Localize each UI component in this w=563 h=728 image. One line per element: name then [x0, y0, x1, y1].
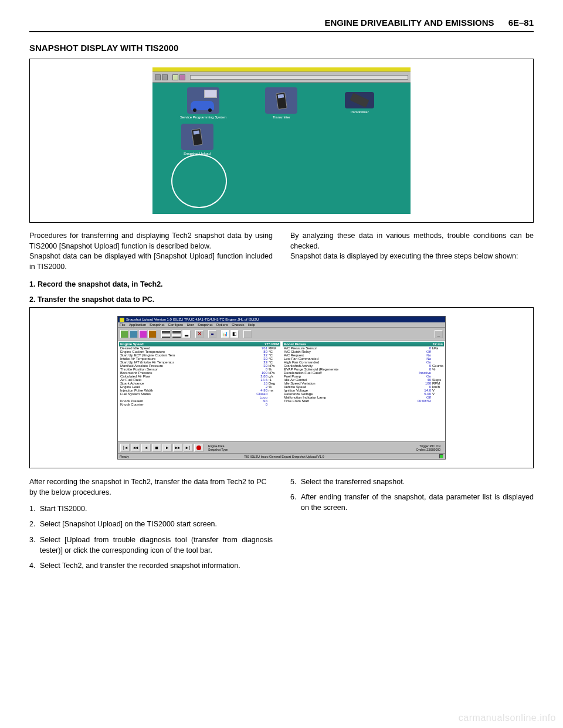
status-text: TIS ISUZU Isuzu General Export Snapshot …	[244, 455, 324, 458]
key-icon	[345, 92, 374, 108]
list-text: Select Tech2, and transfer the recorded …	[40, 562, 240, 570]
menu-item: Help	[247, 323, 255, 326]
list-text: Select [Snapshot Upload] on the TIS2000 …	[40, 520, 217, 528]
list-view-icon	[172, 330, 181, 338]
param-label: Time From Start	[284, 399, 412, 403]
page-header: ENGINE DRIVEABILITY AND EMISSIONS 6E–81	[29, 18, 534, 28]
transport-right: Trigger PID: ON Cycles: 23/580000	[416, 444, 443, 451]
info-label: Cycles: 23/580000	[416, 448, 440, 451]
list-text: After ending transfer of the snapshot, d…	[301, 493, 534, 512]
list-text: Select [Upload from trouble diagnosis to…	[40, 536, 273, 554]
list-item: 4.Select Tech2, and transfer the recorde…	[40, 560, 273, 571]
param-label: Knock Counter	[120, 403, 249, 406]
transport-info: Engine Data Snapshot Type	[205, 444, 415, 451]
data-row: Fuel System StatusClosed Loop	[119, 392, 280, 399]
graph-icon: ▂	[182, 330, 191, 338]
status-bar: Ready TIS ISUZU Isuzu General Export Sna…	[118, 453, 445, 459]
equals-icon: =	[208, 330, 216, 338]
menu-item: Chassis	[232, 323, 244, 326]
menu-item: Configure	[168, 323, 183, 326]
menu-item: User	[186, 323, 194, 326]
bottom-section: After recording the snapshot in Tech2, t…	[29, 477, 534, 576]
header-rule	[29, 31, 534, 32]
status-indicator-icon	[439, 454, 443, 458]
app-snapshot-upload: Snapshot Upload	[174, 124, 221, 155]
snapshot-upload-window: Snapshot Upload Version 1.0 ISUZU TF/UC …	[117, 316, 446, 460]
paragraph: Snapshot data can be displayed with [Sna…	[29, 251, 273, 272]
list-item: 2.Select [Snapshot Upload] on the TIS200…	[40, 519, 273, 529]
app-label: Immobilizer	[351, 110, 369, 114]
tool-icon	[139, 330, 147, 338]
app-immobilizer: Immobilizer	[336, 87, 383, 119]
list-text: Select the transferred snapshot.	[301, 478, 405, 486]
menu-item: File	[120, 323, 126, 326]
header-title: ENGINE DRIVEABILITY AND EMISSIONS	[324, 18, 494, 28]
back-icon: ◀	[141, 444, 151, 452]
chart-icon: 📊	[221, 330, 229, 338]
step-1-heading: 1. Record the snapshot data, in Tech2.	[29, 280, 534, 288]
column-header: Engine Speed 775 RPM	[119, 342, 280, 346]
menu-bar: File Application Snapshot Configure User…	[118, 322, 445, 328]
paragraph: After recording the snapshot in Tech2, t…	[29, 477, 273, 498]
header-label: Engine Speed	[120, 342, 144, 346]
list-view-icon	[161, 330, 171, 338]
param-unit	[269, 403, 279, 406]
watermark: carmanualsonline.info	[459, 713, 556, 723]
paragraph: Snapshot data is displayed by executing …	[290, 251, 534, 262]
header-value: 12 ms	[433, 342, 443, 346]
window-toolbar	[152, 72, 411, 83]
play-icon: ▶	[162, 444, 172, 452]
param-value: Closed Loop	[250, 392, 267, 399]
paragraph: Procedures for transferring and displayi…	[29, 231, 273, 251]
menu-item: Snapshot	[198, 323, 212, 326]
param-value: 0	[250, 403, 267, 406]
fwd-icon: ▶▶	[173, 444, 182, 452]
param-unit	[432, 399, 443, 403]
open-icon	[120, 330, 128, 338]
chart-icon: ◧	[230, 330, 239, 338]
param-label: Fuel System Status	[120, 392, 249, 399]
tis2000-start-screen: Service Programming System Transmitter I…	[152, 67, 411, 214]
tool-icon	[148, 330, 157, 338]
tech2-icon	[181, 124, 213, 150]
app-label: Service Programming System	[180, 115, 226, 119]
intro-paragraphs: Procedures for transferring and displayi…	[29, 231, 534, 272]
record-icon	[194, 444, 204, 452]
data-row: Knock Counter0	[119, 403, 280, 406]
param-unit	[269, 392, 279, 399]
column-header: Boost Pulses 12 ms	[283, 342, 444, 346]
toolbar-scroll	[190, 75, 408, 80]
header-value: 775 RPM	[264, 342, 279, 346]
save-icon	[130, 330, 138, 338]
toolbar: ▂ ✕ = 📊 ◧ _	[118, 328, 445, 341]
paragraph: By analyzing these data in various metho…	[290, 231, 534, 251]
toolbar-icon	[179, 74, 185, 80]
app-spd: Service Programming System	[180, 87, 227, 119]
prev-icon: ◀◀	[131, 444, 140, 452]
highlight-circle	[171, 154, 227, 208]
status-text: Ready	[120, 455, 129, 458]
list-item: 6.After ending transfer of the snapshot,…	[301, 492, 534, 513]
list-item: 1.Start TIS2000.	[40, 504, 273, 514]
tech2-icon	[265, 87, 297, 114]
last-icon: ▶|	[184, 444, 193, 452]
figure-1-box: Service Programming System Transmitter I…	[29, 59, 534, 223]
tool-icon	[243, 330, 252, 338]
figure-2-box: Snapshot Upload Version 1.0 ISUZU TF/UC …	[29, 307, 534, 468]
section-title: SNAPSHOT DISPLAY WITH TIS2000	[29, 43, 534, 53]
menu-item: Application	[129, 323, 146, 326]
toolbar-icon	[172, 74, 178, 80]
data-row: Time From Start00:08:52	[283, 399, 444, 403]
menu-item: Options	[216, 323, 228, 326]
window-title-text: Snapshot Upload Version 1.0 ISUZU TF/UC …	[126, 318, 259, 321]
minimize-icon: _	[435, 330, 443, 338]
toolbar-icon	[155, 74, 161, 80]
app-label: Transmitter	[273, 115, 290, 119]
param-value: 00:08:52	[413, 399, 431, 403]
car-laptop-icon	[187, 87, 219, 114]
stop-icon: ■	[152, 444, 161, 452]
info-label: Snapshot Type	[208, 448, 415, 451]
transport-bar: |◀ ◀◀ ◀ ■ ▶ ▶▶ ▶| Engine Data Snapshot T…	[118, 441, 445, 453]
window-titlebar: Snapshot Upload Version 1.0 ISUZU TF/UC …	[118, 317, 445, 322]
list-item: 3.Select [Upload from trouble diagnosis …	[40, 535, 273, 556]
